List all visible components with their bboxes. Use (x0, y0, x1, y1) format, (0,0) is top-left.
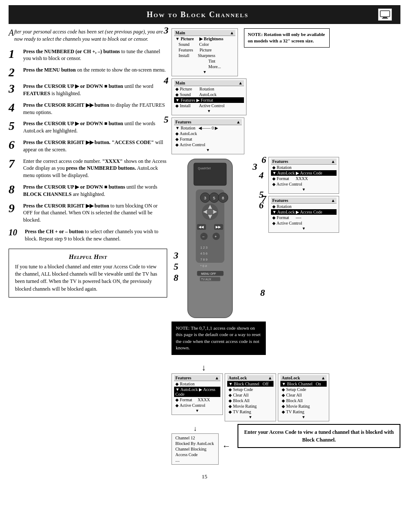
step-label-4-remote: 4 (259, 170, 264, 181)
autolock-on-subtitle: ▼ Block Channel On (280, 381, 327, 387)
svg-text:3: 3 (204, 195, 206, 200)
svg-rect-0 (380, 11, 390, 17)
feat-acc-rotation: ◆ Rotation (271, 165, 337, 170)
svg-text:MENU  OFF: MENU OFF (201, 272, 216, 275)
ch-info-blocking: Channel Blocking (174, 446, 216, 452)
tv-icon (378, 9, 392, 21)
bot-feat-rotation: ◆ Rotation (174, 381, 220, 387)
intro-paragraph: After your personal access code has been… (9, 28, 167, 43)
feat-acc-format: ◆ Format XXXX (271, 176, 337, 181)
menu-row-install: Install Sharpness (174, 53, 235, 58)
step-number-3: 3 (9, 83, 21, 95)
step-label-3-remote: 3 (253, 161, 257, 172)
step-text-5: Press the CURSOR UP ▶ or DOWN ■ button u… (23, 120, 167, 135)
step-1: 1 Press the NUMBERED (or CH +, –) button… (9, 48, 167, 63)
arrow-down-indicator: ↓ (201, 363, 400, 373)
step-label-5-remote: 5 (259, 189, 264, 200)
al-on-setup: ◆ Setup Code (280, 387, 327, 392)
menu-row-sound: Sound Color (174, 42, 235, 47)
features-menu-title: Features ▲ (174, 119, 242, 125)
feat-acc2-nav: ▼ (271, 226, 337, 231)
bottom-features-menu: Features ▲ ◆ Rotation ▼ AutoLock ▶ Acces… (171, 373, 223, 415)
access-code-text: Enter your Access Code to view a tuned c… (244, 429, 394, 443)
feat-acc2-active: ◆ Active Control (271, 220, 337, 226)
page-header: How to Block Channels (9, 5, 400, 24)
steps-list: 1 Press the NUMBERED (or CH +, –) button… (9, 48, 167, 243)
step-text-9: Press the CURSOR RIGHT ▶▶ button to turn… (23, 202, 167, 224)
svg-text:8: 8 (222, 195, 224, 200)
channel-info-box: Channel 12 Blocked By AutoLock Channel B… (171, 433, 219, 465)
svg-text:7  8  9: 7 8 9 (200, 258, 208, 261)
feat-acc2-title: Features ▲ (271, 198, 337, 204)
al-on-nav: ▼ (280, 415, 327, 420)
al-off-movie: ◆ Movie Rating (227, 403, 274, 409)
step-label-3-diagram: 3 (164, 25, 168, 36)
step-label-6-menu: 6 (262, 154, 266, 165)
feat-acc-title: Features ▲ (271, 159, 337, 165)
step-number-8: 8 (9, 183, 21, 195)
step-6: 6 Press the CURSOR RIGHT ▶▶ button. "ACC… (9, 139, 167, 153)
drop-cap: A (9, 28, 14, 37)
step-3: 3 Press the CURSOR UP ▶ or DOWN ■ button… (9, 83, 167, 97)
step-text-2: Press the MENU button on the remote to s… (23, 66, 165, 74)
step-label-4-diagram: 4 (164, 75, 168, 86)
bot-feat-autolock: ▼ AutoLock ▶ Access Code (174, 387, 220, 397)
access-code-box: Enter your Access Code to view a tuned c… (238, 424, 400, 448)
intro-text: fter your personal access code has been … (14, 29, 163, 42)
feat-row-rotation: ▼ Rotation ◀—— 0 ▶ (174, 125, 242, 131)
step-number-2: 2 (9, 66, 21, 78)
step-number-10: 10 (9, 228, 22, 237)
autolock-off-title: AutoLock ▲ (227, 375, 274, 381)
menu-nav-down: ▼ (174, 69, 235, 75)
al-off-nav: ▼ (227, 415, 274, 420)
arrow-right-indicator: ← (222, 424, 231, 451)
main-menu2-title: Main ▲ (174, 80, 244, 86)
note-box-top: NOTE: Rotation will only be available on… (244, 28, 330, 48)
feat-row-activecontrol: ◆ Active Control (174, 142, 242, 147)
ch-info-channel: Channel 12 (174, 435, 216, 441)
step-label-6-remote: 6 (259, 200, 264, 211)
step-10: 10 Press the CH + or – button to select … (9, 228, 167, 243)
feat-acc-active: ◆ Active Control (271, 181, 337, 187)
ch-info-code: Access Code (174, 452, 216, 457)
svg-text:1  2  3: 1 2 3 (200, 246, 208, 249)
autolock-on-title: AutoLock ▲ (280, 375, 327, 381)
right-column: 3 Main ▲ ▼ Picture ▶ Brightness Sound Co… (171, 28, 400, 465)
step-label-5-diagram: 5 (164, 114, 168, 125)
menu-row-more: More... (174, 64, 235, 69)
feat-row-autolock: ◆ AutoLock (174, 131, 242, 136)
note-label: NOTE: Rotation will only be available on… (248, 32, 325, 43)
menu2-row-install: ◆ Install Active Control (174, 103, 244, 108)
feat-acc-autolock: ▼ AutoLock ▶ Access Code (271, 170, 337, 176)
svg-text:4  5  6: 4 5 6 (200, 252, 208, 255)
step-text-7: Enter the correct access code number. "X… (23, 158, 167, 179)
helpful-hint-box: Helpful Hint If you tune to a blocked ch… (9, 249, 167, 298)
step-label-1-remote: 1 (260, 322, 265, 333)
al-on-clear: ◆ Clear All (280, 392, 327, 398)
step-text-3: Press the CURSOR UP ▶ or DOWN ■ button u… (23, 83, 167, 97)
al-on-tv: ◆ TV Rating (280, 409, 327, 415)
feat-acc2-rotation: ◆ Rotation (271, 204, 337, 209)
feat-nav: ▼ (174, 147, 242, 153)
al-on-block: ◆ Block All (280, 398, 327, 403)
note-banner: NOTE: The 0,7,1,1 access code shown on t… (171, 322, 266, 355)
page-title: How to Block Channels (17, 10, 378, 19)
step-label-8-remote: 8 (260, 287, 265, 298)
step-number-6: 6 (9, 139, 21, 151)
menu-row-features: Features Picture (174, 47, 235, 53)
bot-feat-title: Features ▲ (174, 375, 220, 381)
page-number: 15 (0, 469, 409, 484)
step-5: 5 Press the CURSOR UP ▶ or DOWN ■ button… (9, 120, 167, 135)
menu2-row-sound: ◆ Sound AutoLock (174, 92, 244, 97)
al-off-block: ◆ Block All (227, 398, 274, 403)
menu2-nav: ▼ (174, 108, 244, 114)
svg-rect-2 (382, 18, 388, 19)
feat-acc2-format: ◆ Format ---- (271, 215, 337, 220)
main-menu-box-2: Main ▲ ◆ Picture Rotation ◆ Sound AutoLo… (171, 78, 247, 115)
step-label-7-remote: 7 (260, 334, 265, 346)
step-number-9: 9 (9, 202, 21, 214)
feat-acc-nav: ▼ (271, 187, 337, 192)
svg-text:*  0  #: * 0 # (200, 264, 207, 268)
menu2-row-picture: ◆ Picture Rotation (174, 86, 244, 92)
al-off-tv: ◆ TV Rating (227, 409, 274, 415)
